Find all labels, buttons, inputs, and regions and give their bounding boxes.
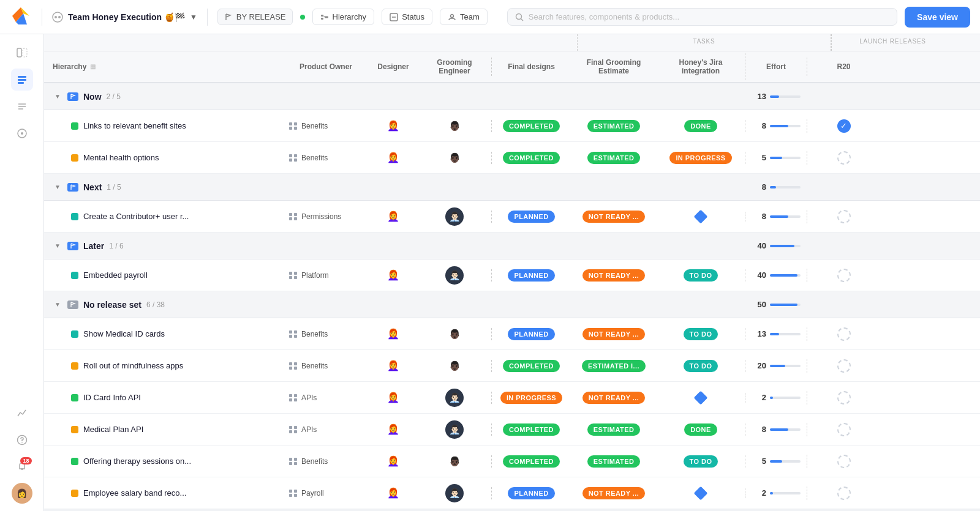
collapse-btn[interactable]: ▼ <box>53 93 62 100</box>
user-avatar[interactable]: 👩 Settings and administration <box>12 483 32 504</box>
status-filter-btn[interactable]: Status <box>382 9 432 25</box>
table-row[interactable]: Offering therapy sessions on... Benefits… <box>44 446 980 477</box>
hierarchy-label: Payroll <box>301 489 324 498</box>
designer-avatar: 👩‍🦰 <box>384 325 402 343</box>
chart-icon <box>16 407 28 419</box>
table-row[interactable]: Roll out of mindfulness apps Benefits 👩‍… <box>44 350 980 382</box>
svg-point-24 <box>21 132 23 135</box>
item-title-cell: Show Medical ID cards <box>44 326 283 342</box>
effort-cell: 13 <box>745 327 807 341</box>
group-title-cell: ▼ Next 1 / 5 <box>44 179 283 196</box>
team-icon <box>448 13 456 21</box>
effort-bar-bg <box>770 274 801 277</box>
table-row[interactable]: Medical Plan API APIs 👩‍🦰 👨🏻‍💼 COMPLETED <box>44 414 980 446</box>
collapse-btn[interactable]: ▼ <box>53 242 62 249</box>
fge-badge: NOT READY ... <box>582 211 646 223</box>
final-designs-badge: PLANNED <box>508 487 554 499</box>
active-indicator <box>300 15 305 20</box>
ge-avatar: 👨🏿 <box>445 452 464 471</box>
final-designs-badge: PLANNED <box>508 211 554 223</box>
hierarchy-grid-icon <box>289 330 298 338</box>
ge-avatar: 👨🏻‍💼 <box>445 484 464 502</box>
compass-icon <box>16 127 28 140</box>
honey-jira-badge: TO DO <box>684 455 718 468</box>
effort-bar <box>770 95 779 98</box>
item-name: Roll out of mindfulness apps <box>83 361 183 370</box>
svg-rect-16 <box>23 48 27 57</box>
group-count: 2 / 5 <box>107 92 121 101</box>
hierarchy-cell: Platform <box>283 269 369 282</box>
item-name: Create a Contributor+ user r... <box>83 212 189 221</box>
col-header-designer: Designer <box>369 58 418 76</box>
group-name: No release set <box>83 300 141 310</box>
designer-cell: 👩‍🦰 <box>369 325 418 343</box>
designer-avatar: 👩‍🦰 <box>384 207 402 226</box>
fge-cell: NOT READY ... <box>571 487 657 499</box>
sidebar-item-help[interactable] <box>11 429 33 451</box>
table-row[interactable]: Embedded payroll Platform 👩‍🦰 👨🏻‍💼 PLANN… <box>44 259 980 291</box>
view-icon <box>52 12 63 23</box>
list-icon <box>16 73 28 86</box>
item-name: Offering therapy sessions on... <box>83 457 191 466</box>
save-view-button[interactable]: Save view <box>905 7 970 28</box>
sidebar-item-list[interactable] <box>11 69 33 91</box>
item-status-dot <box>71 362 78 370</box>
group-row: ▼ Later 1 / 6 40 <box>44 233 980 259</box>
table-row[interactable]: Create a Contributor+ user r... Permissi… <box>44 201 980 233</box>
table-row[interactable]: Show Medical ID cards Benefits 👩‍🦰 👨🏿 PL… <box>44 318 980 350</box>
final-designs-cell: COMPLETED <box>491 360 571 372</box>
col-header-grooming-engineer: Grooming Engineer <box>418 53 491 80</box>
view-title-caret[interactable]: ▼ <box>190 13 197 21</box>
status-icon <box>390 13 398 21</box>
effort-bar <box>770 186 776 188</box>
sidebar-item-panel[interactable] <box>11 42 33 64</box>
grooming-engineer-cell: 👨🏿 <box>418 357 491 375</box>
hierarchy-filter-btn[interactable]: Hierarchy <box>312 9 375 25</box>
svg-point-5 <box>58 16 61 18</box>
hierarchy-label: Hierarchy <box>333 12 367 21</box>
item-status-dot <box>71 330 78 338</box>
table-row[interactable]: Mental health options Benefits 👩‍🦰 👨🏿 CO… <box>44 142 980 174</box>
collapse-btn[interactable]: ▼ <box>53 301 62 308</box>
effort-cell: 2 <box>745 390 807 405</box>
r20-cell <box>807 269 880 282</box>
hierarchy-icon <box>320 13 329 21</box>
effort-bar-fill <box>770 397 773 399</box>
col-header-effort: Effort <box>745 58 807 76</box>
effort-bar-fill <box>770 492 773 494</box>
hierarchy-label: Benefits <box>301 154 328 162</box>
effort-cell: 5 <box>745 151 807 165</box>
svg-rect-19 <box>18 82 24 84</box>
r20-cell <box>807 455 880 468</box>
grooming-engineer-cell: 👨🏿 <box>418 325 491 343</box>
sidebar-item-notifications[interactable]: 18 <box>11 456 33 478</box>
app-logo[interactable] <box>10 5 32 29</box>
collapse-btn[interactable]: ▼ <box>53 184 62 190</box>
hierarchy-grid-icon <box>289 213 298 220</box>
hierarchy-label: Permissions <box>301 212 341 221</box>
by-release-filter[interactable]: BY RELEASE <box>217 9 293 25</box>
group-row: ▼ Next 1 / 5 8 <box>44 174 980 201</box>
view-title[interactable]: Team Honey Execution 🍯🏁 ▼ <box>52 12 197 23</box>
designer-avatar: 👩‍🦰 <box>384 117 402 135</box>
sidebar-item-chart[interactable] <box>11 402 33 424</box>
feature-table: TASKS LAUNCH RELEASES Hierarchy ⊞ Produc… <box>44 34 980 509</box>
hierarchy-grid-icon <box>289 362 298 370</box>
hierarchy-cell: Payroll <box>283 487 369 500</box>
team-filter-btn[interactable]: Team <box>440 9 488 25</box>
effort-bar-fill <box>770 157 782 159</box>
r20-cell <box>807 423 880 436</box>
item-status-dot <box>71 394 78 401</box>
designer-avatar: 👩‍🦰 <box>384 389 402 407</box>
diamond-icon <box>696 393 706 403</box>
sidebar-item-compass[interactable] <box>11 122 33 144</box>
col-header-r20: R20 <box>807 58 880 76</box>
table-row[interactable]: Links to relevant benefit sites Benefits… <box>44 110 980 142</box>
table-row[interactable]: ID Card Info API APIs 👩‍🦰 👨🏻‍💼 IN PROGRE… <box>44 382 980 414</box>
item-name: Employee salary band reco... <box>83 488 186 498</box>
sidebar-item-menu[interactable] <box>11 95 33 117</box>
filter-icon[interactable]: ⊞ <box>90 63 96 71</box>
table-row[interactable]: Employee salary band reco... Payroll 👩‍🦰… <box>44 477 980 509</box>
search-bar[interactable]: Search features, components & products..… <box>507 8 897 26</box>
fge-badge: NOT READY ... <box>582 487 646 499</box>
